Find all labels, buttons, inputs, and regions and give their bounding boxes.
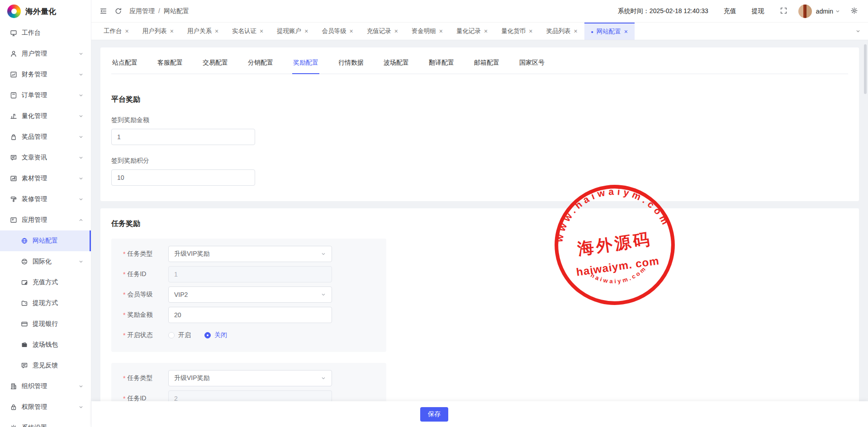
tabbar-tab[interactable]: 奖品列表× xyxy=(539,23,584,40)
top-header: 应用管理 / 网站配置 系统时间：2025-02-18 12:40:33 充值 … xyxy=(91,0,868,23)
sidebar-item-sys-settings[interactable]: 系统设置 xyxy=(0,418,91,427)
tab-overflow-chevron-icon[interactable] xyxy=(855,28,861,34)
sidebar-item-label: 意见反馈 xyxy=(33,361,84,370)
close-icon[interactable]: × xyxy=(394,28,398,34)
tabbar-tab[interactable]: 提现账户× xyxy=(270,23,315,40)
tab-label: 用户列表 xyxy=(142,27,167,35)
sidebar-item-site-config[interactable]: 网站配置 xyxy=(0,230,91,251)
sidebar: 海外量化 工作台 用户管理 财务管理 订单管理 量化管理 xyxy=(0,0,91,427)
config-tab-trade[interactable]: 交易配置 xyxy=(202,55,229,74)
close-icon[interactable]: × xyxy=(624,28,628,35)
task-type-select[interactable]: 升级VIP奖励 xyxy=(168,370,332,386)
bank-card-icon xyxy=(21,320,28,328)
quant-chart-icon xyxy=(10,113,17,120)
sidebar-item-finance-mgmt[interactable]: 财务管理 xyxy=(0,64,91,85)
close-icon[interactable]: × xyxy=(125,28,129,34)
logo-icon xyxy=(7,5,21,18)
sidebar-item-label: 装修管理 xyxy=(22,195,74,203)
reward-amount-label: *奖励金额 xyxy=(123,311,168,319)
gear-icon[interactable] xyxy=(850,7,858,14)
collapse-sidebar-icon[interactable] xyxy=(100,7,107,15)
sidebar-item-article-news[interactable]: 文章资讯 xyxy=(0,147,91,168)
config-tabs: 站点配置 客服配置 交易配置 分销配置 奖励配置 行情数据 波场配置 翻译配置 … xyxy=(111,47,848,74)
sidebar-item-withdraw-method[interactable]: 提现方式 xyxy=(0,293,91,314)
tabbar-tab[interactable]: 工作台× xyxy=(97,23,136,40)
config-tab-country-code[interactable]: 国家区号 xyxy=(518,55,545,74)
tabbar-tab[interactable]: 量化货币× xyxy=(494,23,539,40)
avatar[interactable] xyxy=(798,5,812,18)
task-type-value: 升级VIP奖励 xyxy=(174,374,210,382)
vertical-scrollbar-thumb[interactable] xyxy=(864,44,867,94)
sidebar-item-workbench[interactable]: 工作台 xyxy=(0,23,91,43)
tabbar-tab[interactable]: 会员等级× xyxy=(315,23,360,40)
withdraw-button[interactable]: 提现 xyxy=(752,7,764,15)
close-icon[interactable]: × xyxy=(574,28,577,34)
sidebar-item-label: 奖品管理 xyxy=(22,133,74,141)
tabbar-tab[interactable]: 实名认证× xyxy=(225,23,270,40)
vip-level-select[interactable]: VIP2 xyxy=(168,286,332,303)
sidebar-item-app-mgmt[interactable]: 应用管理 xyxy=(0,210,91,230)
close-icon[interactable]: × xyxy=(304,28,308,34)
reward-amount-input[interactable] xyxy=(168,307,332,323)
config-tab-service[interactable]: 客服配置 xyxy=(157,55,184,74)
close-icon[interactable]: × xyxy=(484,28,488,34)
config-tab-distribution[interactable]: 分销配置 xyxy=(247,55,274,74)
close-icon[interactable]: × xyxy=(529,28,532,34)
sidebar-item-org-mgmt[interactable]: 组织管理 xyxy=(0,376,91,397)
tab-label: 量化货币 xyxy=(501,27,526,35)
sidebar-item-feedback[interactable]: 意见反馈 xyxy=(0,355,91,376)
sidebar-item-order-mgmt[interactable]: 订单管理 xyxy=(0,85,91,106)
chevron-down-icon xyxy=(78,134,84,140)
tabbar-tab-active[interactable]: •网站配置× xyxy=(584,23,635,40)
content-area: 站点配置 客服配置 交易配置 分销配置 奖励配置 行情数据 波场配置 翻译配置 … xyxy=(91,41,868,427)
close-icon[interactable]: × xyxy=(215,28,218,34)
sidebar-item-quant-mgmt[interactable]: 量化管理 xyxy=(0,106,91,127)
sidebar-item-material-mgmt[interactable]: 素材管理 xyxy=(0,168,91,189)
config-tab-reward-active[interactable]: 奖励配置 xyxy=(292,55,319,74)
close-icon[interactable]: × xyxy=(439,28,443,34)
required-mark: * xyxy=(123,271,125,278)
radio-off-checked[interactable]: 关闭 xyxy=(204,331,227,339)
chevron-down-icon xyxy=(78,259,84,264)
sidebar-item-tron-wallet[interactable]: 波场钱包 xyxy=(0,334,91,355)
fullscreen-icon[interactable] xyxy=(780,7,787,14)
config-tab-mail[interactable]: 邮箱配置 xyxy=(473,55,500,74)
user-icon xyxy=(10,50,17,57)
tabbar-tab[interactable]: 用户列表× xyxy=(136,23,180,40)
radio-on[interactable]: 开启 xyxy=(168,331,191,339)
tabbar-tab[interactable]: 量化记录× xyxy=(450,23,494,40)
sidebar-item-label: 波场钱包 xyxy=(33,341,84,349)
sidebar-item-perm-mgmt[interactable]: 权限管理 xyxy=(0,397,91,418)
sidebar-item-i18n[interactable]: 国际化 xyxy=(0,251,91,272)
save-button[interactable]: 保存 xyxy=(420,407,448,422)
user-menu[interactable]: admin xyxy=(816,8,840,15)
close-icon[interactable]: × xyxy=(170,28,174,34)
config-tab-site[interactable]: 站点配置 xyxy=(111,55,138,74)
sidebar-item-recharge-method[interactable]: 充值方式 xyxy=(0,272,91,293)
tabbar-tab[interactable]: 用户关系× xyxy=(180,23,225,40)
chevron-down-icon xyxy=(321,375,326,381)
section-title-task-reward: 任务奖励 xyxy=(111,219,848,229)
close-icon[interactable]: × xyxy=(260,28,263,34)
sidebar-item-withdraw-bank[interactable]: 提现银行 xyxy=(0,314,91,334)
breadcrumb-parent[interactable]: 应用管理 xyxy=(129,7,155,15)
sidebar-item-user-mgmt[interactable]: 用户管理 xyxy=(0,43,91,64)
close-icon[interactable]: × xyxy=(349,28,353,34)
task-type-select[interactable]: 升级VIP奖励 xyxy=(168,246,332,262)
sidebar-item-decor-mgmt[interactable]: 装修管理 xyxy=(0,189,91,210)
signin-points-label: 签到奖励积分 xyxy=(111,157,848,165)
config-tab-translate[interactable]: 翻译配置 xyxy=(428,55,455,74)
sidebar-item-prize-mgmt[interactable]: 奖品管理 xyxy=(0,127,91,147)
config-tab-market[interactable]: 行情数据 xyxy=(337,55,365,74)
config-tab-tron[interactable]: 波场配置 xyxy=(383,55,410,74)
tabbar-tab[interactable]: 资金明细× xyxy=(405,23,450,40)
refresh-icon[interactable] xyxy=(114,7,122,15)
tabbar-tab[interactable]: 充值记录× xyxy=(360,23,405,40)
recharge-button[interactable]: 充值 xyxy=(724,7,736,15)
signin-points-input[interactable] xyxy=(111,169,255,186)
signin-amount-input[interactable] xyxy=(111,129,255,145)
sidebar-item-label: 充值方式 xyxy=(33,278,84,286)
form-row-reward-amount: *奖励金额 xyxy=(123,307,386,323)
task-type-label: *任务类型 xyxy=(123,374,168,382)
chevron-down-icon xyxy=(78,113,84,119)
